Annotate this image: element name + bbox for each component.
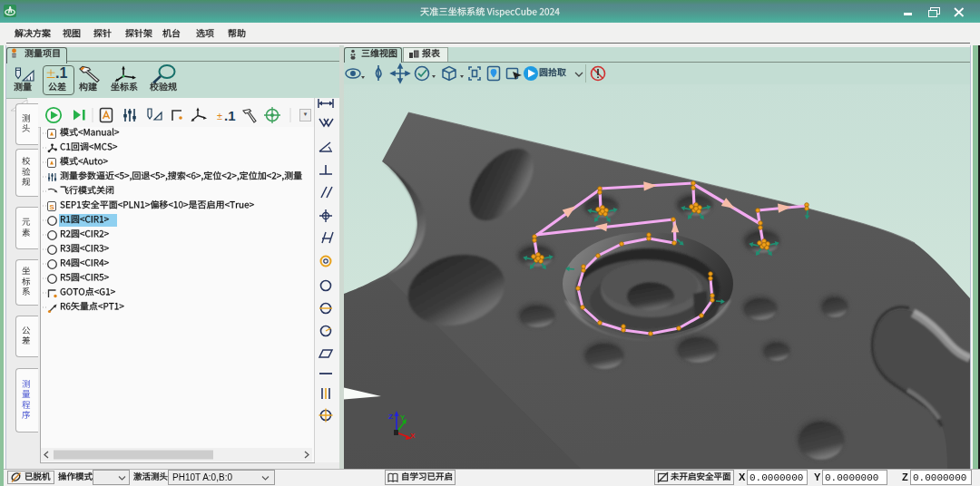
svg-text:Y: Y <box>400 413 406 422</box>
svg-text:X: X <box>410 432 416 440</box>
svg-text:Z: Z <box>388 413 393 421</box>
